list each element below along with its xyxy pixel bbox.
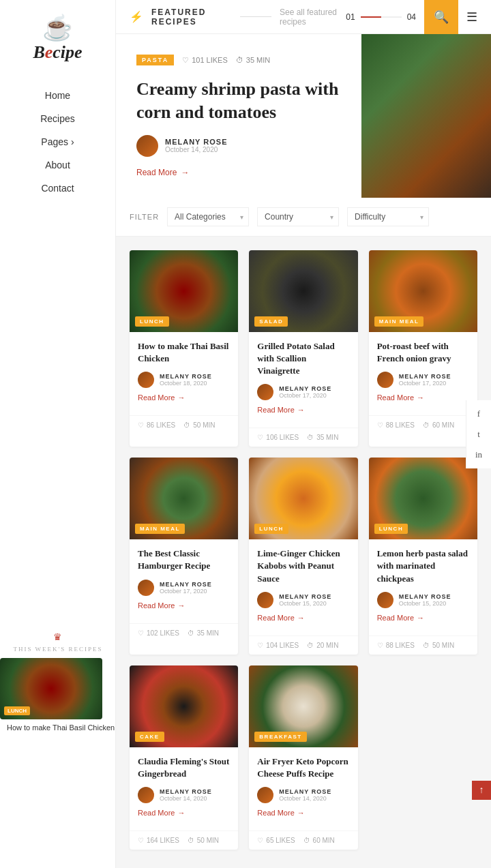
recipe-card-5[interactable]: LUNCH Lime-Ginger Chicken Kabobs with Pe…: [249, 458, 357, 655]
hero-author-avatar: [136, 135, 158, 157]
card-title-1: How to make Thai Basil Chicken: [138, 340, 230, 365]
card-read-more-3[interactable]: Read More →: [377, 393, 469, 402]
social-sidebar: f t in: [466, 400, 491, 468]
card-time-3: ⏱ 60 MIN: [423, 421, 454, 429]
card-read-more-6[interactable]: Read More →: [377, 614, 469, 622]
card-avatar-1: [138, 372, 154, 388]
recipe-card-2[interactable]: SALAD Grilled Potato Salad with Scallion…: [249, 250, 357, 447]
header-bar: ⚡ FEATURED RECIPES See all featured reci…: [116, 0, 491, 34]
clock-icon-4: ⏱: [188, 629, 194, 637]
search-button[interactable]: 🔍: [424, 0, 458, 34]
recipe-card-4[interactable]: MAIN MEAL The Best Classic Hamburger Rec…: [130, 458, 238, 655]
hero-pagination-track: [361, 16, 402, 18]
clock-icon-5: ⏱: [307, 642, 314, 649]
featured-section: ⚡ FEATURED RECIPES See all featured reci…: [130, 8, 346, 27]
card-likes-4: ♡ 102 LIKES: [138, 629, 179, 637]
hero-pagination-progress: [361, 16, 381, 18]
card-time-1: ⏱ 50 MIN: [183, 421, 215, 429]
clock-icon-2: ⏱: [307, 434, 314, 441]
card-image-1: LUNCH: [130, 250, 238, 332]
this-week-card-title: How to make Thai Basil Chicken: [0, 723, 116, 732]
card-body-7: Claudia Fleming's Stout Gingerbread MELA…: [130, 747, 238, 830]
recipe-card-3[interactable]: MAIN MEAL Pot-roast beef with French oni…: [369, 250, 477, 447]
card-footer-8: ♡ 65 LIKES ⏱ 60 MIN: [249, 830, 357, 850]
recipe-card-1[interactable]: LUNCH How to make Thai Basil Chicken MEL…: [130, 250, 238, 447]
card-badge-7: CAKE: [135, 732, 164, 742]
card-footer-4: ♡ 102 LIKES ⏱ 35 MIN: [130, 623, 238, 642]
facebook-icon[interactable]: f: [472, 407, 486, 421]
card-read-more-7[interactable]: Read More →: [138, 809, 230, 817]
nav-recipes[interactable]: Recipes: [40, 113, 75, 124]
card-title-8: Air Fryer Keto Popcorn Cheese Puffs Reci…: [257, 755, 349, 780]
sidebar: ☕ Becipe Home Recipes Pages › About Cont…: [0, 0, 116, 868]
card-author-date-5: October 15, 2020: [279, 600, 331, 607]
recipe-card-7[interactable]: CAKE Claudia Fleming's Stout Gingerbread…: [130, 665, 238, 850]
recipe-grid-container: LUNCH How to make Thai Basil Chicken MEL…: [116, 237, 491, 868]
card-arrow-icon-1: →: [177, 393, 185, 402]
instagram-icon[interactable]: in: [472, 448, 486, 462]
card-read-more-1[interactable]: Read More →: [138, 393, 230, 402]
nav-pages[interactable]: Pages ›: [41, 136, 74, 147]
difficulty-select-wrapper: Difficulty Easy Medium Hard: [347, 207, 429, 226]
card-footer-5: ♡ 104 LIKES ⏱ 20 MIN: [249, 635, 357, 655]
card-likes-7: ♡ 164 LIKES: [138, 837, 179, 844]
nav-contact[interactable]: Contact: [41, 183, 74, 194]
card-author-info-5: MELANY ROSE October 15, 2020: [279, 593, 331, 607]
card-author-1: MELANY ROSE October 18, 2020: [138, 372, 230, 388]
nav-home[interactable]: Home: [45, 90, 70, 101]
card-author-5: MELANY ROSE October 15, 2020: [257, 592, 349, 608]
clock-icon-3: ⏱: [423, 421, 430, 429]
card-author-date-7: October 14, 2020: [160, 795, 212, 802]
menu-icon[interactable]: ☰: [466, 10, 477, 25]
card-badge-8: BREAKFAST: [254, 732, 306, 742]
card-body-4: The Best Classic Hamburger Recipe MELANY…: [130, 539, 238, 623]
hero-read-more[interactable]: Read More →: [136, 168, 341, 177]
difficulty-select[interactable]: Difficulty Easy Medium Hard: [347, 207, 429, 226]
this-week-card[interactable]: LUNCH: [0, 658, 102, 719]
card-time-6: ⏱ 50 MIN: [423, 642, 454, 649]
card-body-6: Lemon herb pasta salad with marinated ch…: [369, 539, 477, 635]
card-likes-3: ♡ 88 LIKES: [377, 421, 415, 429]
card-read-more-5[interactable]: Read More →: [257, 614, 349, 622]
card-body-3: Pot-roast beef with French onion gravy M…: [369, 332, 477, 415]
card-author-info-6: MELANY ROSE October 15, 2020: [399, 593, 451, 607]
card-footer-6: ♡ 88 LIKES ⏱ 50 MIN: [369, 635, 477, 655]
bolt-icon: ⚡: [130, 10, 143, 23]
card-read-more-2[interactable]: Read More →: [257, 406, 349, 414]
heart-icon-7: ♡: [138, 837, 144, 844]
card-likes-8: ♡ 65 LIKES: [257, 837, 295, 844]
card-likes-2: ♡ 106 LIKES: [257, 434, 299, 441]
hero-content: PASTA ♡ 101 LIKES ⏱ 35 MIN Creamy shrimp…: [116, 34, 361, 198]
nav-about[interactable]: About: [45, 160, 70, 170]
card-author-date-4: October 17, 2020: [160, 588, 212, 595]
hero-author-info: MELANY ROSE October 14, 2020: [165, 138, 227, 153]
scroll-up-button[interactable]: ↑: [472, 781, 491, 800]
card-avatar-3: [377, 372, 393, 388]
card-read-more-4[interactable]: Read More →: [138, 601, 230, 610]
featured-label: FEATURED RECIPES: [151, 8, 232, 27]
recipe-card-8[interactable]: BREAKFAST Air Fryer Keto Popcorn Cheese …: [249, 665, 357, 850]
card-time-4: ⏱ 35 MIN: [188, 629, 219, 637]
category-select[interactable]: All Categories Lunch Dinner Breakfast Sa…: [167, 207, 249, 226]
this-week-label: ♛ THIS WEEK'S RECIPES: [0, 631, 116, 653]
card-image-8: BREAKFAST: [249, 665, 357, 747]
twitter-icon[interactable]: t: [472, 428, 486, 441]
card-author-date-2: October 17, 2020: [279, 392, 331, 399]
card-author-3: MELANY ROSE October 17, 2020: [377, 372, 469, 388]
card-arrow-icon-4: →: [177, 601, 185, 610]
card-title-6: Lemon herb pasta salad with marinated ch…: [377, 548, 469, 585]
recipe-card-6[interactable]: LUNCH Lemon herb pasta salad with marina…: [369, 458, 477, 655]
card-author-name-6: MELANY ROSE: [399, 593, 451, 600]
card-read-more-8[interactable]: Read More →: [257, 809, 349, 817]
country-select[interactable]: Country Italian French Asian American: [257, 207, 339, 226]
card-author-8: MELANY ROSE October 14, 2020: [257, 787, 349, 803]
see-all-link[interactable]: See all featured recipes: [280, 8, 346, 27]
card-likes-1: ♡ 86 LIKES: [138, 421, 175, 429]
logo-icon: ☕: [33, 14, 82, 42]
card-author-6: MELANY ROSE October 15, 2020: [377, 592, 469, 608]
card-avatar-6: [377, 592, 393, 608]
card-image-5: LUNCH: [249, 458, 357, 539]
card-author-4: MELANY ROSE October 17, 2020: [138, 580, 230, 596]
card-author-7: MELANY ROSE October 14, 2020: [138, 787, 230, 803]
card-avatar-5: [257, 592, 273, 608]
